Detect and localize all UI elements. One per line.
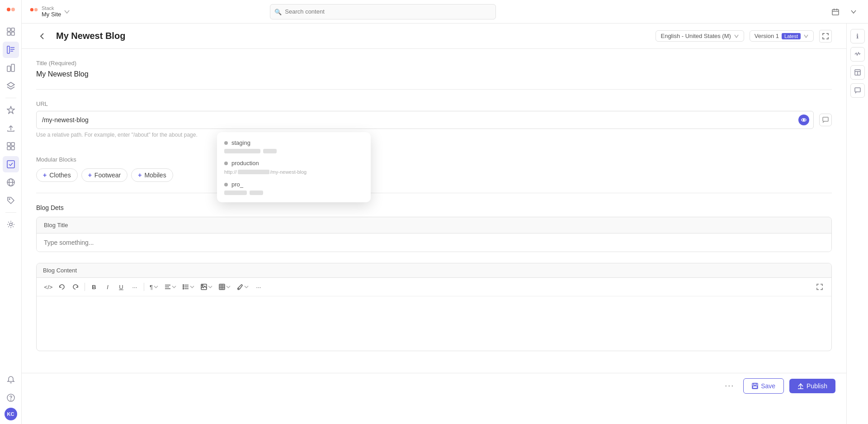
activity-panel-icon[interactable]	[850, 47, 865, 62]
block-label-mobiles: Mobiles	[144, 172, 166, 179]
pro-bar-2	[250, 191, 263, 195]
toolbar-underline-btn[interactable]: U	[115, 281, 127, 293]
production-url[interactable]: http:// /my-newest-blog	[224, 169, 363, 175]
bottom-bar: ··· Save Publish	[22, 373, 846, 398]
back-button[interactable]	[36, 30, 49, 43]
blog-content-body[interactable]	[37, 296, 831, 351]
plus-icon-mobiles: +	[138, 172, 142, 179]
url-preview-dropdown: staging production	[217, 132, 371, 202]
user-avatar[interactable]: KC	[5, 408, 17, 420]
sidebar-item-tasks[interactable]	[3, 156, 19, 172]
svg-point-45	[183, 288, 184, 289]
sidebar-item-content[interactable]	[3, 42, 19, 58]
sidebar-divider-2	[5, 212, 16, 213]
staging-bar-2	[263, 149, 277, 153]
toolbar-more-btn[interactable]: ···	[128, 281, 141, 293]
toolbar-undo-btn[interactable]	[56, 281, 68, 293]
block-label-footwear: Footwear	[94, 172, 121, 179]
url-preview-button[interactable]	[798, 114, 809, 125]
production-url-suffix: /my-newest-blog	[270, 169, 307, 175]
blog-title-input[interactable]	[37, 233, 831, 252]
language-label: English - United States (M)	[660, 33, 731, 39]
sidebar-bottom: KC	[3, 372, 19, 420]
blog-dets-card: Blog Title	[36, 217, 832, 252]
url-section: URL	[36, 100, 832, 138]
toolbar-expand-btn[interactable]	[813, 281, 826, 293]
toolbar-code-btn[interactable]: </>	[42, 281, 55, 293]
version-chevron-icon	[803, 33, 809, 39]
sidebar-item-globe[interactable]	[3, 174, 19, 191]
comments-panel-icon[interactable]	[850, 83, 865, 98]
svg-rect-4	[7, 32, 10, 35]
dropdown-icon-btn[interactable]	[846, 5, 861, 19]
toolbar-list-btn[interactable]	[180, 283, 197, 291]
production-dot	[224, 162, 228, 165]
sidebar-item-manage[interactable]	[3, 216, 19, 233]
sidebar-item-assets[interactable]	[3, 60, 19, 76]
blocks-divider	[36, 193, 832, 193]
language-selector[interactable]: English - United States (M)	[656, 30, 744, 42]
version-badge[interactable]: Version 1 Latest	[750, 30, 814, 42]
toolbar-redo-btn[interactable]	[69, 281, 82, 293]
title-divider	[36, 89, 832, 90]
sidebar-item-grid[interactable]	[3, 138, 19, 154]
block-tag-clothes[interactable]: + Clothes	[36, 168, 78, 182]
env-name-pro: pro_	[224, 181, 363, 188]
layout-panel-icon[interactable]	[850, 65, 865, 80]
expand-button[interactable]	[819, 30, 832, 43]
toolbar-paragraph-btn[interactable]: ¶	[147, 283, 161, 291]
svg-rect-11	[11, 64, 14, 71]
production-url-prefix: http://	[224, 169, 237, 175]
toolbar-bold-btn[interactable]: B	[88, 281, 100, 293]
topbar: Stack My Site 🔍	[22, 0, 868, 24]
site-chevron-down-icon[interactable]	[64, 9, 70, 15]
url-input[interactable]	[36, 111, 814, 129]
image-icon	[201, 284, 207, 290]
app-logo[interactable]	[3, 4, 19, 20]
url-comment-button[interactable]	[819, 114, 832, 126]
block-tag-mobiles[interactable]: + Mobiles	[131, 168, 173, 182]
sidebar-item-dashboard[interactable]	[3, 24, 19, 40]
svg-rect-3	[11, 28, 14, 31]
sidebar-item-upload[interactable]	[3, 120, 19, 136]
toolbar-sep-2	[144, 283, 144, 291]
production-url-redacted	[238, 170, 269, 174]
table-icon	[219, 284, 225, 290]
sidebar-item-favorites[interactable]	[3, 102, 19, 118]
publish-button[interactable]: Publish	[789, 379, 835, 393]
url-hint-text: Use a relative path. For example, enter …	[36, 132, 832, 138]
svg-point-47	[202, 285, 203, 286]
editor-body: Title (Required) My Newest Blog URL	[22, 49, 846, 373]
more-options-button[interactable]: ···	[721, 379, 738, 392]
blog-content-section: Blog Content </> B I U	[36, 263, 832, 351]
sidebar-item-tags[interactable]	[3, 192, 19, 209]
title-field-value[interactable]: My Newest Blog	[36, 70, 832, 78]
toolbar-table-btn[interactable]	[216, 283, 233, 291]
toolbar-edit-btn[interactable]	[234, 283, 251, 291]
save-button[interactable]: Save	[743, 378, 784, 394]
url-field-label: URL	[36, 100, 832, 107]
env-item-pro: pro_	[224, 181, 363, 195]
title-section: Title (Required) My Newest Blog	[36, 60, 832, 78]
sidebar-item-help[interactable]	[3, 390, 19, 406]
toolbar-italic-btn[interactable]: I	[101, 281, 114, 293]
blocks-list: + Clothes + Footwear + Mobiles	[36, 168, 832, 182]
blog-content-header: Blog Content	[37, 263, 831, 278]
block-tag-footwear[interactable]: + Footwear	[81, 168, 128, 182]
sidebar-item-notifications[interactable]	[3, 372, 19, 388]
info-panel-icon[interactable]: ℹ	[850, 29, 865, 43]
search-input[interactable]	[270, 4, 496, 19]
toolbar-align-btn[interactable]	[162, 283, 179, 291]
sidebar-item-layers[interactable]	[3, 78, 19, 94]
toolbar-image-btn[interactable]	[198, 283, 215, 291]
calendar-icon-btn[interactable]	[828, 5, 843, 19]
editor-panel: My Newest Blog English - United States (…	[22, 24, 846, 424]
edit-chevron-icon	[244, 285, 249, 289]
stack-logo-icon	[29, 7, 39, 17]
version-label: Version 1	[755, 33, 779, 39]
toolbar-extra-btn[interactable]: ···	[252, 281, 265, 293]
site-name-label[interactable]: My Site	[42, 11, 61, 18]
list-chevron-icon	[190, 285, 194, 289]
svg-point-28	[30, 8, 33, 11]
pro-url-bars	[224, 191, 363, 195]
